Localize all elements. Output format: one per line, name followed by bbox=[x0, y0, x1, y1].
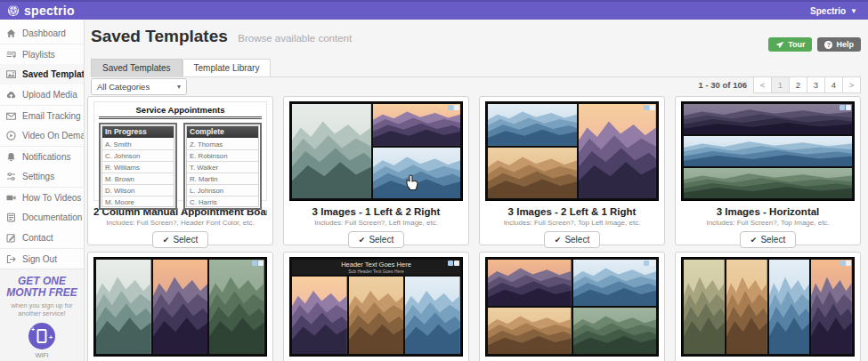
appointment-board-preview: Service Appointments In Progress A. Smit… bbox=[93, 101, 267, 201]
template-title: 3 Images - 1 Left & 2 Right bbox=[289, 206, 463, 217]
help-button[interactable]: ? Help bbox=[817, 37, 861, 52]
green-mountain-image bbox=[209, 260, 264, 354]
page-title: Saved Templates bbox=[91, 27, 228, 45]
template-card[interactable] bbox=[87, 252, 273, 361]
sidebar-item-label: Notifications bbox=[22, 152, 70, 162]
sidebar-item-label: Playlists bbox=[22, 50, 55, 60]
pagination-page-2[interactable]: 2 bbox=[789, 76, 807, 93]
documentation-icon bbox=[5, 212, 17, 223]
template-card[interactable] bbox=[675, 252, 861, 361]
select-button[interactable]: ✔Select bbox=[152, 231, 208, 248]
pagination-next[interactable]: > bbox=[842, 76, 861, 93]
promo-panel: GET ONE MONTH FREE when you sign up for … bbox=[0, 269, 84, 361]
template-preview: Header Text Goes Here Sub Header Text Go… bbox=[289, 257, 463, 357]
select-button[interactable]: ✔Select bbox=[544, 231, 600, 248]
sidebar-item-video-on-demand[interactable]: Video On Demand bbox=[0, 125, 84, 146]
upload-media-icon bbox=[5, 89, 17, 100]
format-badge-icon bbox=[448, 261, 459, 266]
sidebar-item-upload-media[interactable]: Upload Media bbox=[0, 84, 84, 105]
tab-bar: Saved TemplatesTemplate Library bbox=[91, 59, 856, 77]
format-badge-icon bbox=[840, 261, 851, 266]
sidebar-item-label: Email Tracking bbox=[22, 111, 81, 121]
sunsetdark-mountain-image bbox=[811, 260, 852, 354]
category-select[interactable]: All Categories ▾ bbox=[91, 78, 187, 95]
board-row: D. Wilson bbox=[101, 185, 174, 197]
board-row: L. Johnson bbox=[186, 185, 259, 197]
sidebar-item-contact[interactable]: Contact bbox=[0, 228, 84, 248]
tab-template-library[interactable]: Template Library bbox=[183, 59, 272, 76]
template-includes: Includes: Full Screen?, Left Image, etc. bbox=[289, 219, 463, 227]
board-column-header: In Progress bbox=[101, 125, 174, 138]
blue-mountain-image bbox=[405, 277, 460, 354]
pagination-page-4[interactable]: 4 bbox=[824, 76, 843, 93]
sidebar-item-documentation[interactable]: Documentation bbox=[0, 207, 84, 228]
blue-mountain-image bbox=[684, 136, 852, 166]
sidebar-item-sign-out[interactable]: Sign Out bbox=[0, 248, 84, 269]
paper-plane-icon bbox=[775, 41, 784, 49]
sidebar-item-settings[interactable]: Settings bbox=[0, 166, 84, 187]
sidebar-item-label: Sign Out bbox=[22, 254, 57, 264]
misty-mountain-image bbox=[96, 260, 151, 354]
sidebar-item-playlists[interactable]: Playlists bbox=[0, 44, 84, 64]
template-card[interactable]: 3 Images - 2 Left & 1 RightIncludes: Ful… bbox=[479, 96, 665, 245]
template-card[interactable]: 3 Images - HorizontalIncludes: Full Scre… bbox=[675, 96, 861, 245]
sidebar-item-label: Upload Media bbox=[22, 90, 77, 100]
template-preview bbox=[485, 257, 659, 357]
pagination-range: 1 - 30 of 106 bbox=[699, 80, 747, 90]
pagination-page-1[interactable]: 1 bbox=[771, 76, 790, 93]
sidebar-item-how-to-videos[interactable]: How To Videos bbox=[0, 187, 84, 207]
playlists-icon bbox=[5, 49, 17, 60]
pagination: 1 - 30 of 106 <1234> bbox=[699, 76, 861, 93]
sidebar-item-email-tracking[interactable]: Email Tracking bbox=[0, 105, 84, 125]
board-row: Z. Thomas bbox=[186, 139, 259, 150]
blue-mountain-image bbox=[769, 260, 810, 354]
promo-subtitle: when you sign up for another service! bbox=[3, 301, 81, 317]
chevron-down-icon: ▾ bbox=[177, 83, 181, 91]
blue-mountain-image bbox=[488, 104, 577, 146]
pagination-page-3[interactable]: 3 bbox=[807, 76, 825, 93]
tab-saved-templates[interactable]: Saved Templates bbox=[91, 59, 183, 76]
check-icon: ✔ bbox=[163, 236, 170, 245]
format-badge-icon bbox=[644, 261, 655, 266]
saved-templates-icon bbox=[5, 68, 17, 80]
format-badge-icon bbox=[840, 105, 851, 110]
sidebar-nav: Dashboard Playlists Saved Templates Uplo… bbox=[0, 20, 84, 269]
notifications-icon bbox=[5, 151, 17, 163]
board-column: In Progress A. SmithC. JohnsonR. William… bbox=[99, 123, 177, 210]
sidebar-item-saved-templates[interactable]: Saved Templates bbox=[0, 64, 84, 84]
main-content: Saved Templates Browse available content… bbox=[85, 20, 868, 361]
preview-header-bar: Header Text Goes Here Sub Header Text Go… bbox=[292, 260, 460, 275]
account-menu[interactable]: Spectrio ▼ bbox=[810, 6, 857, 16]
template-card[interactable] bbox=[479, 252, 665, 361]
sidebar-item-dashboard[interactable]: Dashboard bbox=[0, 23, 84, 44]
pagination-prev[interactable]: < bbox=[753, 76, 772, 93]
how-to-videos-icon bbox=[5, 192, 17, 204]
format-badge-icon bbox=[644, 105, 655, 110]
template-card[interactable]: Service Appointments In Progress A. Smit… bbox=[87, 96, 273, 245]
tour-button[interactable]: Tour bbox=[768, 37, 812, 52]
check-icon: ✔ bbox=[750, 236, 758, 245]
check-icon: ✔ bbox=[359, 236, 366, 245]
promo-icon-label: WiFi bbox=[3, 351, 81, 359]
sidebar-item-label: Settings bbox=[22, 172, 54, 181]
sunset-mountain-image bbox=[579, 104, 656, 198]
promo-title: GET ONE MONTH FREE bbox=[3, 276, 81, 299]
green-mountain-image bbox=[573, 308, 657, 354]
select-button[interactable]: ✔Select bbox=[348, 231, 404, 248]
dashboard-icon bbox=[5, 28, 17, 39]
category-selected-value: All Categories bbox=[97, 82, 150, 92]
template-preview bbox=[485, 101, 659, 201]
sidebar-item-notifications[interactable]: Notifications bbox=[0, 146, 84, 166]
brown-mountain-image bbox=[726, 260, 767, 354]
brand-logo[interactable]: spectrio bbox=[7, 4, 75, 18]
top-bar: spectrio Spectrio ▼ bbox=[0, 0, 868, 20]
select-button[interactable]: ✔Select bbox=[740, 231, 796, 248]
template-card[interactable]: 3 Images - 1 Left & 2 RightIncludes: Ful… bbox=[283, 96, 469, 245]
blue-mountain-image bbox=[373, 148, 460, 198]
template-card[interactable]: Header Text Goes Here Sub Header Text Go… bbox=[283, 252, 469, 361]
brown-mountain-image bbox=[349, 277, 404, 354]
template-includes: Includes: Full Screen?, Header Font Colo… bbox=[93, 219, 267, 227]
sunset-mountain-image bbox=[292, 277, 347, 354]
template-preview bbox=[289, 101, 463, 201]
contact-icon bbox=[5, 232, 17, 244]
